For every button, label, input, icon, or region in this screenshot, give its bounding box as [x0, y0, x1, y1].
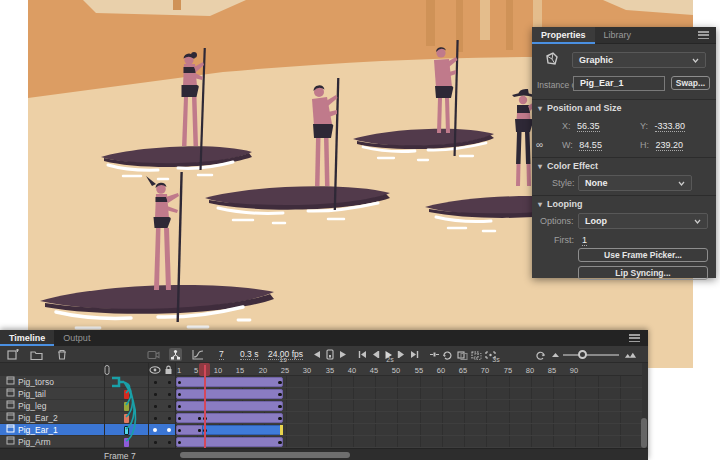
style-value: None — [585, 178, 608, 188]
frame-row-pig-arm[interactable] — [176, 436, 642, 448]
camera-icon[interactable] — [147, 348, 160, 361]
frame-row-pig-ear-1[interactable] — [176, 424, 642, 436]
timeline-zoom-slider[interactable] — [563, 354, 619, 356]
visibility-lock-dots[interactable] — [148, 424, 176, 436]
show-hide-all-layers-icon[interactable] — [149, 366, 161, 376]
zoom-in-timeline-icon[interactable] — [624, 348, 637, 361]
w-label: W: — [562, 140, 573, 150]
lip-syncing-button[interactable]: Lip Syncing... — [578, 266, 708, 280]
section-color-effect[interactable]: ▾Color Effect — [532, 157, 716, 171]
timeline-vertical-scrollbar[interactable] — [641, 418, 647, 448]
timeline-menu-icon[interactable] — [629, 334, 640, 342]
playhead[interactable] — [204, 365, 206, 448]
style-dropdown[interactable]: None — [578, 175, 692, 191]
ruler-label: 60 — [437, 366, 445, 375]
current-frame-value[interactable]: 7 — [219, 349, 224, 360]
first-label: First: — [554, 235, 574, 245]
y-value[interactable]: -333.80 — [655, 121, 686, 132]
ruler-label: 70 — [481, 366, 489, 375]
onion-skin-outlines-icon[interactable] — [470, 348, 483, 361]
ruler-label: 10 — [214, 366, 222, 375]
visibility-lock-dots[interactable] — [148, 412, 176, 424]
step-back-one-frame-icon[interactable] — [369, 348, 382, 361]
go-to-first-frame-icon[interactable] — [356, 348, 369, 361]
new-folder-icon[interactable] — [30, 348, 43, 361]
tab-timeline[interactable]: Timeline — [0, 330, 54, 346]
use-frame-picker-button[interactable]: Use Frame Picker... — [578, 248, 708, 262]
zoom-out-timeline-icon[interactable] — [549, 348, 562, 361]
symbol-type-value: Graphic — [579, 55, 613, 65]
ruler-label: 1 — [177, 366, 181, 375]
ruler-label: 5 — [194, 366, 198, 375]
y-label: Y: — [640, 121, 648, 131]
ruler-label: 15 — [236, 366, 244, 375]
layer-name: Pig_Ear_1 — [18, 425, 58, 435]
visibility-lock-dots[interactable] — [148, 388, 176, 400]
seconds-label: 2s — [386, 356, 393, 363]
frame-row-pig-leg[interactable] — [176, 400, 642, 412]
h-value[interactable]: 239.20 — [656, 140, 684, 151]
tab-library[interactable]: Library — [595, 27, 641, 44]
section-looping[interactable]: ▾Looping — [532, 195, 716, 209]
ruler-label: 20 — [259, 366, 267, 375]
show-parenting-view-icon[interactable] — [169, 348, 182, 361]
instance-name-field[interactable]: Pig_Ear_1 — [573, 76, 665, 91]
delete-layer-icon[interactable] — [55, 348, 68, 361]
frame-row-pig-tail[interactable] — [176, 388, 642, 400]
x-label: X: — [562, 121, 571, 131]
playhead-frame-icon[interactable] — [323, 348, 336, 361]
frame-row-pig-torso[interactable] — [176, 376, 642, 388]
center-frame-icon[interactable] — [428, 348, 441, 361]
ruler-label: 55 — [415, 366, 423, 375]
onion-skin-icon[interactable] — [456, 348, 469, 361]
visibility-lock-dots[interactable] — [148, 376, 176, 388]
instance-name-value: Pig_Ear_1 — [580, 78, 624, 88]
ruler-label: 25 — [281, 366, 289, 375]
layer-icon — [6, 436, 15, 447]
x-value[interactable]: 56.35 — [577, 121, 600, 132]
frame-row-pig-ear-2[interactable] — [176, 412, 642, 424]
step-forward-icon[interactable] — [336, 348, 349, 361]
ruler-label: 45 — [370, 366, 378, 375]
go-to-last-frame-icon[interactable] — [408, 348, 421, 361]
new-layer-icon[interactable] — [6, 348, 19, 361]
ruler-label: 30 — [303, 366, 311, 375]
layer-icon — [6, 376, 15, 387]
timeline-ruler[interactable]: 1 5 10 15 20 25 30 35 40 45 50 55 60 65 … — [176, 363, 642, 376]
onion-marker-icon[interactable] — [104, 365, 110, 377]
chevron-down-icon — [694, 218, 701, 225]
layer-color-swatch — [124, 402, 129, 411]
layer-name: Pig_Ear_2 — [18, 413, 58, 423]
lock-unlock-all-layers-icon[interactable] — [164, 365, 173, 377]
panel-menu-icon[interactable] — [698, 31, 709, 39]
w-value[interactable]: 84.55 — [579, 140, 602, 151]
ruler-label: 80 — [526, 366, 534, 375]
step-forward-one-frame-icon[interactable] — [395, 348, 408, 361]
visibility-lock-dots[interactable] — [148, 436, 176, 448]
layer-icon — [6, 388, 15, 399]
elapsed-time-value[interactable]: 0.3 s — [240, 349, 258, 360]
tab-properties[interactable]: Properties — [532, 27, 595, 44]
first-frame-value[interactable]: 1 — [582, 235, 587, 246]
layer-color-swatch — [124, 414, 129, 423]
timeline-toolbar: 7 0.3 s 24.00 fps — [0, 346, 648, 363]
looping-options-dropdown[interactable]: Loop — [578, 213, 708, 229]
link-width-height-icon[interactable]: ∞ — [536, 139, 543, 150]
reset-timeline-zoom-icon[interactable] — [534, 348, 547, 361]
collapse-triangle-icon: ▾ — [538, 162, 542, 171]
layer-icon — [6, 412, 15, 423]
loop-playback-icon[interactable] — [441, 348, 454, 361]
graph-editor-icon[interactable] — [191, 348, 204, 361]
ruler-label: 85 — [548, 366, 556, 375]
layer-color-swatch — [124, 390, 129, 399]
section-position-size[interactable]: ▾Position and Size — [532, 99, 716, 113]
timeline-horizontal-scrollbar[interactable] — [180, 452, 350, 458]
tab-output[interactable]: Output — [54, 330, 99, 346]
graphic-symbol-icon — [544, 51, 560, 69]
step-back-icon[interactable] — [310, 348, 323, 361]
swap-button[interactable]: Swap... — [671, 76, 710, 90]
timeline-zoom-slider-knob[interactable] — [578, 350, 587, 359]
seconds-label: 1s — [279, 356, 286, 363]
symbol-type-dropdown[interactable]: Graphic — [572, 52, 706, 68]
visibility-lock-dots[interactable] — [148, 400, 176, 412]
